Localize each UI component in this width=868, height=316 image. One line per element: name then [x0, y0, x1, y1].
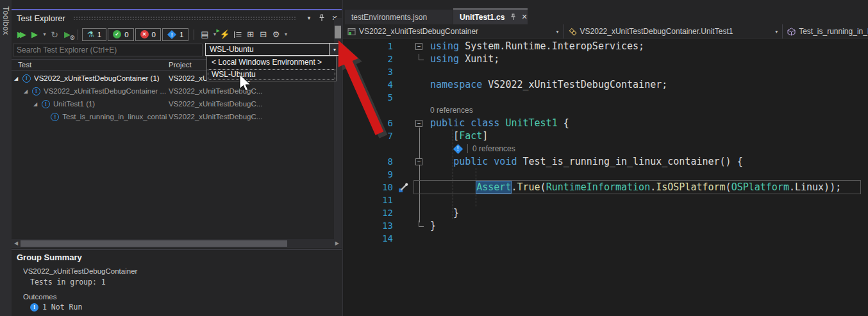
editor-area: testEnvironments.json UnitTest1.cs ✕ VS2… [342, 0, 868, 316]
not-run-outcome: 1 Not Run [42, 303, 82, 312]
expand-all-icon[interactable]: ⊞ [246, 28, 256, 41]
total-tests-badge[interactable]: ⚗ 1 [82, 28, 106, 41]
test-tree-row[interactable]: ◢!UnitTest1 (1)VS2022_xUnitTestDebugC... [12, 97, 334, 110]
group-by-icon[interactable] [233, 28, 243, 41]
pin-icon[interactable] [510, 13, 517, 21]
panel-title: Test Explorer [17, 13, 65, 23]
code-line: 11 [343, 194, 868, 206]
codelens-references[interactable]: 0 references [472, 144, 515, 153]
column-header-project[interactable]: Project [169, 61, 192, 69]
toolbox-tab[interactable]: Toolbox [0, 0, 12, 316]
tab-unittest1-cs[interactable]: UnitTest1.cs ✕ [453, 8, 528, 24]
dropdown-button[interactable]: ▾ [329, 44, 340, 55]
fold-collapse-box[interactable]: − [415, 43, 422, 50]
scrollbar-thumb[interactable] [335, 26, 341, 38]
option-local-windows-environment[interactable]: < Local Windows Environment > [207, 56, 336, 69]
run-tests-icon[interactable]: ▶ [29, 28, 40, 41]
fold-corner [419, 220, 424, 227]
environment-dropdown[interactable]: WSL-Ubuntu ▾ [205, 43, 340, 56]
scrollbar-thumb[interactable] [21, 240, 287, 247]
cancel-run-icon[interactable]: ▶⊗ [62, 28, 72, 41]
environment-options-popup: < Local Windows Environment > WSL-Ubuntu [206, 56, 337, 81]
project-name: VS2022_xUnitTestDebugC... [169, 87, 262, 95]
code-line: 10 Assert.True(RuntimeInformation.IsOSPl… [343, 181, 868, 194]
fold-collapse-box[interactable]: − [415, 120, 422, 127]
test-name: Test_is_running_in_linux_contai... [62, 113, 167, 121]
project-name: VS2022_xUnitTestDebugC... [169, 100, 262, 108]
code-line: 8− public void Test_is_running_in_linux_… [343, 155, 868, 168]
tab-testenvironments-json[interactable]: testEnvironments.json [345, 10, 453, 24]
failed-tests-badge[interactable]: ✕ 0 [135, 28, 161, 41]
option-wsl-ubuntu[interactable]: WSL-Ubuntu [207, 69, 336, 81]
settings-icon[interactable]: ⚙ [271, 28, 281, 41]
tab-label: UnitTest1.cs [460, 13, 505, 22]
line-number: 2 [343, 54, 393, 64]
test-name: VS2022_xUnitTestDebugContainer (1) [34, 74, 160, 82]
passed-count: 0 [124, 31, 128, 38]
breadcrumb-method[interactable]: Test_is_running_in_lin [783, 24, 868, 38]
not-run-tests-badge[interactable]: ! 1 [162, 28, 188, 41]
codelens-references[interactable]: 0 references [430, 106, 473, 115]
playlist-icon[interactable]: ▤ [199, 28, 210, 41]
flask-icon: ⚗ [87, 30, 94, 39]
chevron-down-icon[interactable]: ▾ [775, 29, 778, 35]
test-explorer-toolbar: ▶▶ ▶ ▾ ↻ ▶⊗ ⚗ 1 ✓ 0 ✕ 0 ! 1 [12, 26, 334, 42]
expander-icon[interactable]: ◢ [33, 101, 42, 107]
repeat-last-run-icon[interactable]: ↻ [49, 28, 60, 41]
line-number: 8 [343, 156, 393, 167]
run-options-caret-icon[interactable]: ▾ [42, 28, 47, 41]
expander-icon[interactable]: ◢ [14, 76, 22, 81]
settings-caret-icon[interactable]: ▾ [283, 28, 289, 41]
tests-in-group: Tests in group: 1 [30, 278, 106, 287]
code-line: 14 [343, 232, 868, 245]
breadcrumb-project[interactable]: VS2022_xUnitTestDebugContainer ▾ [343, 24, 564, 38]
expander-icon[interactable]: ◢ [24, 88, 32, 94]
horizontal-scrollbar[interactable]: ◀ ▶ [12, 239, 342, 248]
navigation-bar: VS2022_xUnitTestDebugContainer ▾ VS2022_… [343, 24, 868, 39]
test-not-run-icon: ! [51, 113, 59, 121]
code-line: 9 [343, 168, 868, 181]
test-not-run-icon: ! [32, 87, 40, 96]
run-profile-icon[interactable]: ⚡▶ [219, 28, 230, 41]
panel-title-bar[interactable]: Test Explorer ▾ ✕ [12, 11, 342, 25]
scroll-left-icon[interactable]: ◀ [14, 240, 18, 246]
line-number: 10 [343, 182, 393, 192]
pin-icon[interactable] [316, 12, 328, 24]
test-not-run-icon: ! [22, 74, 31, 83]
search-input[interactable] [13, 44, 203, 56]
summary-divider [12, 249, 342, 250]
collapse-all-icon[interactable]: ⊟ [258, 28, 269, 41]
quick-actions-icon[interactable] [393, 182, 413, 193]
test-tree-row[interactable]: !Test_is_running_in_linux_contai...VS202… [12, 110, 334, 123]
breadcrumb-label: VS2022_xUnitTestDebugContainer.UnitTest1 [580, 27, 733, 36]
window-position-icon[interactable]: ▾ [303, 12, 315, 24]
line-number: 12 [343, 208, 393, 218]
tab-label: testEnvironments.json [351, 13, 427, 22]
codelens-row: 0 references [343, 104, 868, 117]
failed-icon: ✕ [140, 30, 149, 38]
scroll-right-icon[interactable]: ▶ [335, 240, 339, 246]
code-editor[interactable]: 1−using System.Runtime.InteropServices;2… [343, 40, 868, 316]
not-run-icon: ! [167, 29, 176, 38]
line-number: 13 [343, 220, 393, 231]
run-all-tests-icon[interactable]: ▶▶ [17, 28, 27, 41]
tab-strip: testEnvironments.json UnitTest1.cs ✕ [343, 0, 868, 24]
fold-collapse-box[interactable]: − [415, 158, 422, 165]
chevron-down-icon[interactable]: ▾ [556, 29, 559, 35]
test-name: UnitTest1 (1) [53, 100, 95, 108]
not-run-count: 1 [179, 31, 183, 38]
code-line: 5 [343, 91, 868, 104]
test-not-run-icon[interactable]: ! [453, 144, 463, 154]
line-number: 14 [343, 233, 393, 244]
breadcrumb-class[interactable]: VS2022_xUnitTestDebugContainer.UnitTest1… [564, 24, 783, 38]
test-tree-row[interactable]: ◢!VS2022_xUnitTestDebugContainer ...VS20… [12, 85, 334, 97]
outcomes-label: Outcomes [23, 293, 56, 301]
code-line: 1−using System.Runtime.InteropServices; [343, 40, 868, 53]
code-line: 12 } [343, 206, 868, 219]
vs-window: Toolbox Test Explorer ▾ ✕ ▶▶ ▶ ▾ ↻ ▶⊗ ⚗ [0, 0, 868, 316]
column-header-test[interactable]: Test [18, 61, 31, 69]
toolbox-label: Toolbox [1, 6, 10, 35]
chevron-down-icon: ▾ [333, 47, 336, 53]
passed-tests-badge[interactable]: ✓ 0 [108, 28, 133, 41]
close-icon[interactable]: ✕ [521, 13, 527, 21]
